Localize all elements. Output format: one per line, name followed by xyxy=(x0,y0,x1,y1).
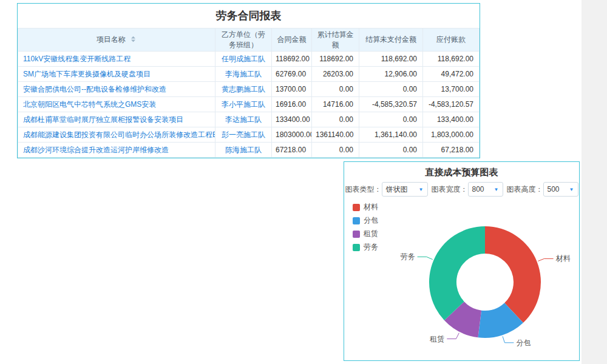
slice-label: 分包 xyxy=(516,339,531,347)
project-cell: 成都能源建设集团投资有限公司临时办公场所装修改造工程EPC xyxy=(18,127,215,143)
project-link[interactable]: 北京朝阳区电气中芯特气系统之GMS安装 xyxy=(23,100,156,109)
contractor-link[interactable]: 彭一亮施工队 xyxy=(222,130,265,139)
contractor-cell: 李达施工队 xyxy=(215,112,272,127)
contract-amount-cell[interactable]: 16916.00 xyxy=(272,97,312,112)
table-row: 110kV安徽线程集变开断线路工程 任明成施工队 118692.00 11869… xyxy=(18,52,480,67)
chart-type-label: 图表类型： xyxy=(345,184,382,195)
page-title: 劳务合同报表 xyxy=(18,4,480,28)
table-row: 安徽合肥供电公司--配电设备检修维护和改造 黄志鹏施工队 13700.00 0.… xyxy=(18,82,480,97)
settled-amount-cell[interactable]: 14716.00 xyxy=(312,97,359,112)
control-chart-type: 图表类型： 饼状图 ▼ xyxy=(345,182,428,197)
project-link[interactable]: SM广场地下车库更换摄像机及硬盘项目 xyxy=(23,70,151,78)
contractor-link[interactable]: 李达施工队 xyxy=(225,115,262,124)
chart-controls: 图表类型： 饼状图 ▼ 图表宽度： 800 ▼ 图表高度： 500 ▼ xyxy=(344,180,579,198)
contractor-cell: 黄志鹏施工队 xyxy=(215,82,272,97)
col-header-contractor: 乙方单位（劳务班组） xyxy=(215,29,272,52)
legend-label: 租赁 xyxy=(364,229,378,239)
control-chart-height: 图表高度： 500 ▼ xyxy=(507,182,578,197)
payable-cell: -4,583,120.57 xyxy=(423,97,480,112)
contractor-link[interactable]: 陈海施工队 xyxy=(225,146,262,154)
header-row: 项目名称 乙方单位（劳务班组） 合同金额 累计结算金额 结算未支付金额 应付账款 xyxy=(18,29,480,52)
legend-swatch xyxy=(353,204,360,211)
col-header-settled-amount: 累计结算金额 xyxy=(312,29,359,52)
project-link[interactable]: 安徽合肥供电公司--配电设备检修维护和改造 xyxy=(23,85,166,93)
col-header-contract-amount: 合同金额 xyxy=(272,29,312,52)
pie-slice-劳务[interactable] xyxy=(429,226,485,320)
chart-type-select[interactable]: 饼状图 ▼ xyxy=(382,182,428,197)
contractor-link[interactable]: 任明成施工队 xyxy=(222,55,265,63)
legend-item[interactable]: 劳务 xyxy=(353,242,378,252)
legend-item[interactable]: 分包 xyxy=(353,215,378,226)
settled-amount-cell[interactable]: 1361140.00 xyxy=(312,127,359,143)
slice-label: 材料 xyxy=(555,254,571,263)
unpaid-amount-cell: -4,585,320.57 xyxy=(359,97,423,112)
payable-cell: 118,692.00 xyxy=(423,52,480,67)
project-link[interactable]: 成都沙河环境综合提升改造运河护岸维修改造 xyxy=(23,146,169,154)
project-cell: 北京朝阳区电气中芯特气系统之GMS安装 xyxy=(18,97,215,112)
legend-item[interactable]: 材料 xyxy=(353,202,378,212)
contractor-cell: 李海施工队 xyxy=(215,67,272,82)
label-line xyxy=(503,336,514,342)
label-line xyxy=(418,257,433,259)
contract-amount-cell[interactable]: 1803000.00 xyxy=(272,127,312,143)
label-line xyxy=(447,333,459,339)
settled-amount-cell[interactable]: 0.00 xyxy=(312,112,359,127)
legend-label: 材料 xyxy=(364,202,378,212)
legend-label: 劳务 xyxy=(364,242,378,252)
project-cell: 110kV安徽线程集变开断线路工程 xyxy=(18,52,215,67)
payable-cell: 67,218.00 xyxy=(423,143,480,158)
slice-label: 劳务 xyxy=(401,252,415,261)
project-link[interactable]: 成都能源建设集团投资有限公司临时办公场所装修改造工程EPC xyxy=(23,130,215,139)
col-header-project-label: 项目名称 xyxy=(97,35,126,44)
project-cell: 成都杜甫草堂临时展厅独立展柜报警设备安装项目 xyxy=(18,112,215,127)
chevron-down-icon: ▼ xyxy=(419,187,424,192)
contractor-cell: 彭一亮施工队 xyxy=(215,127,272,143)
payable-cell: 13,700.00 xyxy=(423,82,480,97)
payable-cell: 133,400.00 xyxy=(423,112,480,127)
project-cell: SM广场地下车库更换摄像机及硬盘项目 xyxy=(18,67,215,82)
payable-cell: 1,803,000.00 xyxy=(423,127,480,143)
legend-item[interactable]: 租赁 xyxy=(353,229,378,239)
contractor-link[interactable]: 李海施工队 xyxy=(225,70,262,78)
settled-amount-cell[interactable]: 0.00 xyxy=(312,82,359,97)
legend-swatch xyxy=(353,217,360,224)
chart-type-value: 饼状图 xyxy=(386,184,408,195)
project-link[interactable]: 110kV安徽线程集变开断线路工程 xyxy=(23,55,131,63)
chart-height-label: 图表高度： xyxy=(507,184,543,195)
settled-amount-cell[interactable]: 0.00 xyxy=(312,143,359,158)
contractor-link[interactable]: 黄志鹏施工队 xyxy=(222,85,265,93)
table-row: SM广场地下车库更换摄像机及硬盘项目 李海施工队 62769.00 26203.… xyxy=(18,67,480,82)
payable-cell: 49,472.00 xyxy=(423,67,480,82)
contract-amount-cell[interactable]: 13700.00 xyxy=(272,82,312,97)
chevron-down-icon: ▼ xyxy=(494,187,499,192)
contract-amount-cell[interactable]: 133400.00 xyxy=(272,112,312,127)
contractor-cell: 任明成施工队 xyxy=(215,52,272,67)
project-link[interactable]: 成都杜甫草堂临时展厅独立展柜报警设备安装项目 xyxy=(23,115,183,124)
col-header-project: 项目名称 xyxy=(18,29,215,52)
contract-amount-cell[interactable]: 62769.00 xyxy=(272,67,312,82)
settled-amount-cell[interactable]: 118692.00 xyxy=(312,52,359,67)
report-table: 项目名称 乙方单位（劳务班组） 合同金额 累计结算金额 结算未支付金额 应付账款 xyxy=(18,28,480,158)
contract-amount-cell[interactable]: 118692.00 xyxy=(272,52,312,67)
sort-icon[interactable] xyxy=(130,35,137,45)
contractor-cell: 陈海施工队 xyxy=(215,143,272,158)
table-row: 北京朝阳区电气中芯特气系统之GMS安装 李小平施工队 16916.00 1471… xyxy=(18,97,480,112)
unpaid-amount-cell: 1,361,140.00 xyxy=(359,127,423,143)
contract-amount-cell[interactable]: 67218.00 xyxy=(272,143,312,158)
chart-width-select[interactable]: 800 ▼ xyxy=(468,182,503,197)
chart-title: 直接成本预算图表 xyxy=(344,162,579,180)
chart-area: 材料 分包 租赁 劳务 材料分包租赁劳务 xyxy=(344,198,579,359)
control-chart-width: 图表宽度： 800 ▼ xyxy=(432,182,503,197)
chart-height-value: 500 xyxy=(548,185,560,194)
legend-label: 分包 xyxy=(364,215,378,226)
legend-swatch xyxy=(353,231,360,238)
project-cell: 成都沙河环境综合提升改造运河护岸维修改造 xyxy=(18,143,215,158)
pie-slice-材料[interactable] xyxy=(485,226,541,323)
chart-height-select[interactable]: 500 ▼ xyxy=(543,182,578,197)
contractor-cell: 李小平施工队 xyxy=(215,97,272,112)
chevron-down-icon: ▼ xyxy=(569,187,574,192)
settled-amount-cell[interactable]: 26203.00 xyxy=(312,67,359,82)
col-header-unpaid-amount: 结算未支付金额 xyxy=(359,29,423,52)
contractor-link[interactable]: 李小平施工队 xyxy=(222,100,265,109)
chart-legend: 材料 分包 租赁 劳务 xyxy=(353,202,378,255)
